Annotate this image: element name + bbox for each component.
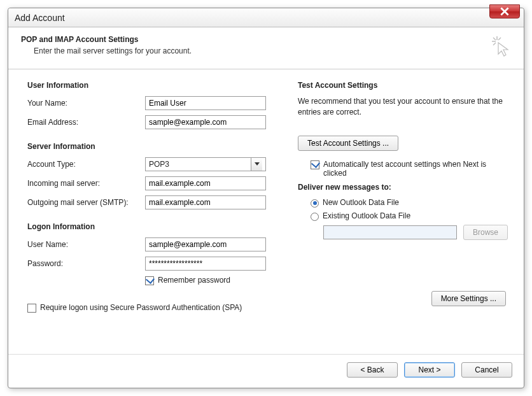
label-user-name: User Name: (27, 240, 145, 249)
header-title: POP and IMAP Account Settings (21, 35, 192, 44)
label-existing-file: Existing Outlook Data File (323, 211, 410, 220)
your-name-input[interactable] (145, 96, 266, 110)
close-icon (500, 7, 509, 16)
account-type-value: POP3 (149, 160, 169, 169)
wizard-cursor-icon (491, 35, 514, 60)
password-input[interactable] (145, 257, 266, 271)
chevron-down-icon (251, 158, 262, 171)
section-logon-information: Logon Information (27, 222, 279, 231)
radio-new-file[interactable] (311, 199, 319, 208)
label-auto-test: Automatically test account settings when… (323, 160, 501, 178)
svg-line-2 (493, 38, 496, 40)
titlebar: Add Account (8, 8, 524, 27)
label-outgoing-server: Outgoing mail server (SMTP): (27, 198, 145, 207)
label-your-name: Your Name: (27, 99, 145, 108)
back-button[interactable]: < Back (347, 362, 398, 378)
label-email: Email Address: (27, 118, 145, 127)
spa-checkbox[interactable] (27, 304, 36, 313)
close-button[interactable] (489, 4, 520, 18)
incoming-server-input[interactable] (145, 176, 266, 190)
radio-existing-file[interactable] (311, 213, 319, 221)
wizard-header: POP and IMAP Account Settings Enter the … (8, 27, 524, 69)
auto-test-checkbox[interactable] (311, 160, 319, 169)
label-incoming-server: Incoming mail server: (27, 179, 145, 188)
remember-password-checkbox[interactable] (145, 276, 154, 285)
section-test-settings: Test Account Settings (298, 81, 508, 90)
label-spa: Require logon using Secure Password Auth… (40, 303, 242, 312)
header-subtitle: Enter the mail server settings for your … (21, 46, 192, 55)
email-input[interactable] (145, 115, 266, 129)
cancel-button[interactable]: Cancel (461, 362, 512, 378)
svg-line-4 (493, 43, 496, 45)
section-server-information: Server Information (27, 142, 279, 151)
outgoing-server-input[interactable] (145, 195, 266, 209)
existing-file-path-input[interactable] (323, 225, 457, 239)
section-deliver: Deliver new messages to: (298, 183, 508, 192)
add-account-dialog: Add Account POP and IMAP Account Setting… (8, 8, 524, 388)
user-name-input[interactable] (145, 237, 266, 251)
test-description: We recommend that you test your account … (298, 96, 508, 118)
section-user-information: User Information (27, 81, 279, 90)
browse-button[interactable]: Browse (463, 225, 508, 240)
test-account-settings-button[interactable]: Test Account Settings ... (298, 136, 398, 151)
label-password: Password: (27, 259, 145, 268)
label-remember-password: Remember password (158, 276, 230, 285)
next-button[interactable]: Next > (404, 362, 455, 378)
svg-line-3 (498, 38, 501, 40)
wizard-footer: < Back Next > Cancel (8, 354, 524, 388)
account-type-select[interactable]: POP3 (145, 157, 266, 171)
label-new-file: New Outlook Data File (323, 198, 399, 207)
more-settings-button[interactable]: More Settings ... (431, 291, 506, 306)
window-title: Add Account (15, 13, 65, 23)
label-account-type: Account Type: (27, 160, 145, 169)
